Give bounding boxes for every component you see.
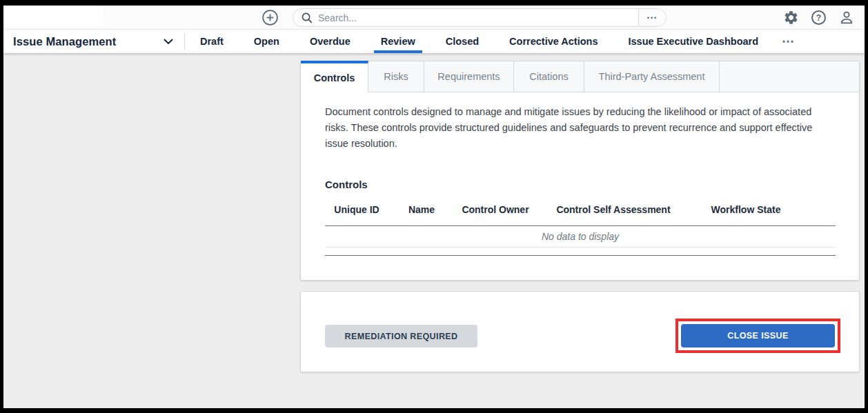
topbar-left-panel bbox=[3, 6, 103, 26]
help-button[interactable]: ? bbox=[811, 10, 826, 25]
tab-risks[interactable]: Risks bbox=[368, 61, 424, 92]
close-issue-button[interactable]: CLOSE ISSUE bbox=[681, 324, 835, 347]
app-switcher[interactable]: Issue Management bbox=[3, 30, 184, 53]
nav-link-draft[interactable]: Draft bbox=[193, 30, 230, 53]
detail-tabs: Controls Risks Requirements Citations Th… bbox=[301, 61, 859, 92]
controls-section-title: Controls bbox=[325, 179, 835, 190]
controls-table-header: Unique ID Name Control Owner Control Sel… bbox=[325, 204, 836, 215]
tab-requirements[interactable]: Requirements bbox=[424, 61, 514, 92]
remediation-required-button[interactable]: REMEDIATION REQUIRED bbox=[325, 325, 477, 347]
navbar-links: Draft Open Overdue Review Closed Correct… bbox=[185, 30, 803, 53]
search-input[interactable] bbox=[318, 12, 638, 23]
person-icon bbox=[838, 10, 855, 26]
nav-link-closed[interactable]: Closed bbox=[439, 30, 486, 53]
chevron-down-icon bbox=[164, 39, 173, 45]
nav-link-corrective-actions[interactable]: Corrective Actions bbox=[502, 30, 604, 53]
content-area: Controls Risks Requirements Citations Th… bbox=[3, 53, 865, 408]
controls-table: Unique ID Name Control Owner Control Sel… bbox=[325, 204, 836, 256]
nav-overflow-button[interactable]: ⋯ bbox=[773, 30, 803, 53]
gear-icon bbox=[783, 10, 799, 26]
workflow-actions-card: REMEDIATION REQUIRED CLOSE ISSUE bbox=[300, 291, 860, 372]
nav-link-overdue[interactable]: Overdue bbox=[303, 30, 357, 53]
screenshot-frame: ••• ? Issue Management bbox=[0, 0, 868, 413]
search-icon bbox=[301, 12, 313, 23]
nav-link-review[interactable]: Review bbox=[374, 30, 422, 53]
tab-citations[interactable]: Citations bbox=[514, 61, 584, 92]
app-title: Issue Management bbox=[13, 35, 116, 48]
help-icon: ? bbox=[811, 10, 826, 25]
app-window: ••• ? Issue Management bbox=[3, 6, 865, 408]
column-name: Name bbox=[388, 204, 455, 215]
settings-button[interactable] bbox=[783, 10, 799, 26]
global-search: ••• bbox=[293, 8, 667, 27]
app-navbar: Issue Management Draft Open Overdue Revi… bbox=[3, 30, 865, 53]
column-workflow-state: Workflow State bbox=[691, 204, 836, 215]
tab-controls[interactable]: Controls bbox=[301, 61, 368, 92]
column-control-owner: Control Owner bbox=[455, 204, 536, 215]
controls-card: Controls Risks Requirements Citations Th… bbox=[300, 61, 860, 281]
plus-circle-icon bbox=[262, 9, 279, 26]
table-empty-message: No data to display bbox=[325, 226, 836, 248]
tabstrip-filler bbox=[720, 61, 859, 92]
nav-link-open[interactable]: Open bbox=[247, 30, 286, 53]
add-button[interactable] bbox=[262, 9, 279, 26]
profile-button[interactable] bbox=[838, 10, 855, 26]
search-options-button[interactable]: ••• bbox=[638, 9, 666, 26]
table-bottom-rule bbox=[325, 255, 836, 256]
top-utility-bar: ••• ? bbox=[3, 6, 865, 30]
annotation-highlight-box: CLOSE ISSUE bbox=[675, 319, 840, 353]
controls-panel: Document controls designed to manage and… bbox=[301, 92, 859, 280]
column-unique-id: Unique ID bbox=[325, 204, 388, 215]
tab-third-party-assessment[interactable]: Third-Party Assessment bbox=[584, 61, 720, 92]
column-control-self-assessment: Control Self Assessment bbox=[536, 204, 691, 215]
controls-description: Document controls designed to manage and… bbox=[325, 104, 829, 152]
nav-link-issue-executive-dashboard[interactable]: Issue Executive Dashboard bbox=[621, 30, 765, 53]
